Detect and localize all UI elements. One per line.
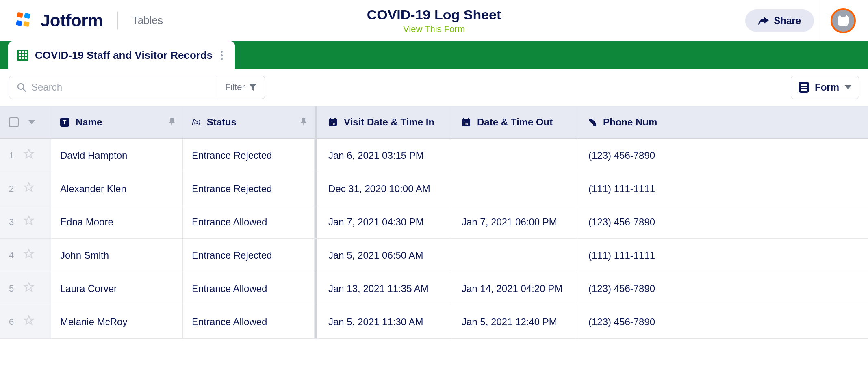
search-input[interactable] xyxy=(31,82,209,93)
star-icon[interactable] xyxy=(24,149,34,162)
cell-name[interactable]: Melanie McRoy xyxy=(51,305,183,338)
tab-label: COVID-19 Staff and Visitor Records xyxy=(35,49,213,62)
table-row[interactable]: 4 John Smith Entrance Rejected Jan 5, 20… xyxy=(0,239,868,272)
select-all-checkbox[interactable] xyxy=(9,117,19,127)
cell-phone[interactable]: (123) 456-7890 xyxy=(577,305,868,338)
cell-time-in[interactable]: Jan 13, 2021 11:35 AM xyxy=(317,272,450,305)
row-number: 4 xyxy=(9,250,14,261)
cell-time-out[interactable]: Jan 5, 2021 12:40 PM xyxy=(450,305,577,338)
phone-icon xyxy=(588,118,597,126)
avatar[interactable] xyxy=(831,8,856,33)
share-label: Share xyxy=(774,15,801,26)
cell-time-in[interactable]: Jan 5, 2021 11:30 AM xyxy=(317,305,450,338)
tab-records[interactable]: COVID-19 Staff and Visitor Records xyxy=(8,41,235,69)
svg-line-5 xyxy=(23,89,26,91)
cell-phone[interactable]: (111) 111-1111 xyxy=(577,172,868,205)
data-table: T Name f(x) Status 10 Visit Date & Time … xyxy=(0,106,868,339)
svg-rect-10 xyxy=(330,118,331,120)
svg-text:10: 10 xyxy=(464,122,468,126)
star-icon[interactable] xyxy=(24,215,34,229)
search-box[interactable] xyxy=(9,76,217,99)
table-row[interactable]: 1 David Hampton Entrance Rejected Jan 6,… xyxy=(0,139,868,172)
column-header-status[interactable]: f(x) Status xyxy=(183,106,315,138)
text-field-icon: T xyxy=(60,118,69,127)
search-filter-group: Filter xyxy=(9,76,265,99)
svg-text:10: 10 xyxy=(331,122,335,126)
cell-phone[interactable]: (123) 456-7890 xyxy=(577,139,868,172)
column-label: Status xyxy=(207,117,237,128)
cell-phone[interactable]: (123) 456-7890 xyxy=(577,272,868,305)
cell-name[interactable]: John Smith xyxy=(51,239,183,272)
star-icon[interactable] xyxy=(24,182,34,195)
form-icon xyxy=(799,82,809,93)
column-header-time-in[interactable]: 10 Visit Date & Time In xyxy=(317,106,450,138)
cell-phone[interactable]: (123) 456-7890 xyxy=(577,205,868,238)
column-header-phone[interactable]: Phone Num xyxy=(577,106,868,138)
table-row[interactable]: 6 Melanie McRoy Entrance Allowed Jan 5, … xyxy=(0,305,868,339)
cell-status[interactable]: Entrance Allowed xyxy=(183,205,315,238)
section-label[interactable]: Tables xyxy=(132,14,163,27)
column-header-time-out[interactable]: 10 Date & Time Out xyxy=(450,106,577,138)
avatar-icon xyxy=(835,13,851,29)
share-button[interactable]: Share xyxy=(745,9,814,32)
cell-status[interactable]: Entrance Rejected xyxy=(183,239,315,272)
table-row[interactable]: 2 Alexander Klen Entrance Rejected Dec 3… xyxy=(0,172,868,205)
brand-name[interactable]: Jotform xyxy=(41,11,103,30)
cell-status[interactable]: Entrance Allowed xyxy=(183,305,315,338)
table-row[interactable]: 3 Edna Moore Entrance Allowed Jan 7, 202… xyxy=(0,205,868,239)
filter-button[interactable]: Filter xyxy=(217,76,265,99)
chevron-down-icon xyxy=(845,85,851,89)
view-form-link[interactable]: View This Form xyxy=(367,24,501,35)
header-actions: Share xyxy=(745,0,868,41)
jotform-logo-icon xyxy=(15,12,33,30)
app-header: Jotform Tables COVID-19 Log Sheet View T… xyxy=(0,0,868,41)
cell-time-in[interactable]: Dec 31, 2020 10:00 AM xyxy=(317,172,450,205)
chevron-down-icon[interactable] xyxy=(28,120,35,124)
row-number: 3 xyxy=(9,217,14,227)
column-header-name[interactable]: T Name xyxy=(51,106,183,138)
row-number-cell: 5 xyxy=(0,272,51,305)
svg-text:T: T xyxy=(63,119,67,125)
row-number-cell: 2 xyxy=(0,172,51,205)
cell-status[interactable]: Entrance Allowed xyxy=(183,272,315,305)
table-row[interactable]: 5 Laura Corver Entrance Allowed Jan 13, … xyxy=(0,272,868,305)
cell-time-in[interactable]: Jan 6, 2021 03:15 PM xyxy=(317,139,450,172)
cell-status[interactable]: Entrance Rejected xyxy=(183,172,315,205)
cell-time-out[interactable] xyxy=(450,239,577,272)
column-label: Phone Num xyxy=(603,117,657,128)
row-number-cell: 6 xyxy=(0,305,51,338)
star-icon[interactable] xyxy=(24,315,34,328)
svg-rect-15 xyxy=(468,118,469,120)
title-section: COVID-19 Log Sheet View This Form xyxy=(367,6,501,35)
controls-row: Filter Form xyxy=(0,69,868,106)
row-number: 6 xyxy=(9,317,14,327)
svg-rect-0 xyxy=(17,12,23,18)
view-dropdown[interactable]: Form xyxy=(791,76,859,99)
cell-time-out[interactable]: Jan 7, 2021 06:00 PM xyxy=(450,205,577,238)
cell-phone[interactable]: (111) 111-1111 xyxy=(577,239,868,272)
star-icon[interactable] xyxy=(24,249,34,262)
row-number-cell: 3 xyxy=(0,205,51,238)
cell-time-in[interactable]: Jan 7, 2021 04:30 PM xyxy=(317,205,450,238)
cell-time-out[interactable]: Jan 14, 2021 04:20 PM xyxy=(450,272,577,305)
cell-name[interactable]: David Hampton xyxy=(51,139,183,172)
row-number: 2 xyxy=(9,184,14,194)
calendar-icon: 10 xyxy=(328,118,337,127)
cell-status[interactable]: Entrance Rejected xyxy=(183,139,315,172)
tab-menu-button[interactable] xyxy=(219,49,224,62)
cell-name[interactable]: Laura Corver xyxy=(51,272,183,305)
cell-time-out[interactable] xyxy=(450,139,577,172)
calendar-icon: 10 xyxy=(462,118,471,127)
pin-icon[interactable] xyxy=(300,118,307,126)
cell-name[interactable]: Alexander Klen xyxy=(51,172,183,205)
cell-name[interactable]: Edna Moore xyxy=(51,205,183,238)
svg-rect-1 xyxy=(24,13,30,19)
star-icon[interactable] xyxy=(24,282,34,295)
formula-icon: f(x) xyxy=(192,118,200,127)
filter-label: Filter xyxy=(225,82,245,93)
cell-time-in[interactable]: Jan 5, 2021 06:50 AM xyxy=(317,239,450,272)
share-arrow-icon xyxy=(758,16,769,25)
cell-time-out[interactable] xyxy=(450,172,577,205)
row-number-cell: 4 xyxy=(0,239,51,272)
pin-icon[interactable] xyxy=(169,118,175,126)
